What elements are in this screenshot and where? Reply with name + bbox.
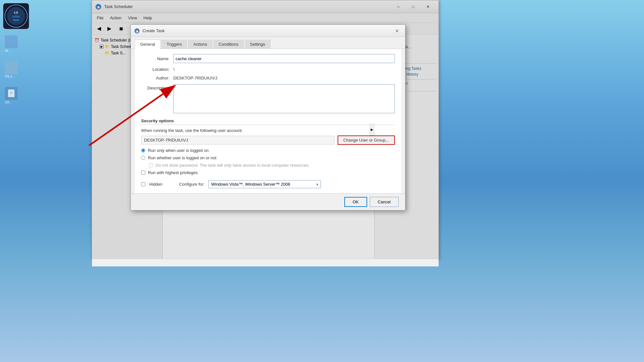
description-textarea[interactable] bbox=[173, 84, 395, 113]
dialog-tabs: General Triggers Actions Conditions Sett… bbox=[131, 37, 405, 49]
desktop-icons: LG LOTUS GEEK rd... VS-1... 🛡 1st... bbox=[3, 3, 29, 106]
dialog-icon: ⏰ bbox=[134, 28, 140, 34]
checkbox-no-password-label: Do not store password. The task will onl… bbox=[156, 163, 310, 168]
dialog-close-button[interactable]: ✕ bbox=[392, 27, 402, 35]
radio-logged-on-label: Run only when user is logged on bbox=[148, 148, 209, 153]
dialog-footer: OK Cancel bbox=[131, 193, 405, 210]
tab-triggers[interactable]: Triggers bbox=[161, 40, 187, 49]
dialog-title: Create Task bbox=[142, 28, 392, 33]
change-user-group-button[interactable]: Change User or Group... bbox=[338, 135, 395, 145]
checkbox-no-password[interactable] bbox=[149, 163, 153, 167]
tab-general[interactable]: General bbox=[135, 40, 160, 49]
radio-not-logged-on-label: Run whether user is logged on or not bbox=[148, 155, 216, 160]
desktop-icon-2[interactable]: rd... bbox=[5, 35, 24, 55]
desktop-icon-lotusgeek[interactable]: LG LOTUS GEEK bbox=[3, 3, 29, 29]
name-label: Name: bbox=[141, 56, 173, 61]
logo-image: LG LOTUS GEEK bbox=[3, 3, 29, 29]
checkbox-highest-privileges[interactable] bbox=[141, 171, 145, 175]
svg-text:LG: LG bbox=[14, 11, 18, 14]
dialog-overlay: ⏰ Create Task ✕ General Triggers Actions… bbox=[92, 0, 439, 259]
dialog-content: Name: Location: \ Author: DESKTOP-7RIDUI… bbox=[135, 49, 401, 193]
statusbar bbox=[92, 259, 439, 266]
radio-row-1: Run only when user is logged on bbox=[141, 148, 395, 153]
description-label: Description: bbox=[141, 84, 173, 90]
radio-row-2: Run whether user is logged on or not bbox=[141, 155, 395, 160]
svg-text:LOTUS: LOTUS bbox=[12, 15, 20, 18]
tab-conditions[interactable]: Conditions bbox=[213, 40, 244, 49]
tab-settings[interactable]: Settings bbox=[245, 40, 271, 49]
checkbox-highest-privileges-label: Run with highest privileges bbox=[148, 170, 198, 175]
cancel-button[interactable]: Cancel bbox=[370, 197, 399, 207]
configure-label: Configure for: bbox=[179, 182, 204, 187]
security-section-header: Security options bbox=[141, 118, 395, 125]
name-input[interactable] bbox=[173, 54, 395, 63]
configure-select-wrapper: Windows Vista™, Windows Server™ 2008 Win… bbox=[208, 180, 321, 188]
user-account-row: DESKTOP-7RIDUIU\VJ Change User or Group.… bbox=[141, 135, 395, 145]
desktop: LG LOTUS GEEK rd... VS-1... 🛡 1st... bbox=[0, 0, 644, 362]
form-row-author: Author: DESKTOP-7RIDUIU\VJ bbox=[141, 76, 395, 80]
configure-select[interactable]: Windows Vista™, Windows Server™ 2008 Win… bbox=[208, 180, 321, 188]
task-scheduler-window: ⏰ Task Scheduler ─ □ ✕ File Action View … bbox=[92, 0, 439, 259]
checkbox-row-no-password: Do not store password. The task will onl… bbox=[149, 163, 395, 168]
radio-not-logged-on[interactable] bbox=[141, 156, 145, 160]
checkbox-hidden[interactable] bbox=[141, 182, 145, 186]
checkbox-row-privileges: Run with highest privileges bbox=[141, 170, 395, 175]
location-label: Location: bbox=[141, 67, 173, 72]
dialog-titlebar: ⏰ Create Task ✕ bbox=[131, 25, 405, 37]
desktop-icon-3[interactable]: VS-1... bbox=[5, 61, 24, 80]
radio-logged-on[interactable] bbox=[141, 148, 145, 153]
svg-text:GEEK: GEEK bbox=[13, 19, 19, 21]
tab-actions[interactable]: Actions bbox=[188, 40, 213, 49]
form-row-location: Location: \ bbox=[141, 67, 395, 72]
user-account-instructions: When running the task, use the following… bbox=[141, 128, 395, 133]
location-value: \ bbox=[173, 67, 395, 72]
form-row-description: Description: bbox=[141, 84, 395, 113]
author-value: DESKTOP-7RIDUIU\VJ bbox=[173, 76, 395, 80]
create-task-dialog: ⏰ Create Task ✕ General Triggers Actions… bbox=[131, 24, 405, 210]
svg-text:⏰: ⏰ bbox=[135, 29, 139, 33]
right-collapse-arrow[interactable]: ▶ bbox=[370, 124, 374, 135]
desktop-icon-4[interactable]: 🛡 1st... bbox=[5, 87, 24, 106]
form-row-name: Name: bbox=[141, 54, 395, 63]
hidden-label: Hidden bbox=[149, 182, 162, 187]
author-label: Author: bbox=[141, 76, 173, 80]
user-account-value: DESKTOP-7RIDUIU\VJ bbox=[141, 136, 334, 144]
ok-button[interactable]: OK bbox=[344, 197, 367, 207]
hidden-configure-row: Hidden Configure for: Windows Vista™, Wi… bbox=[141, 180, 395, 188]
